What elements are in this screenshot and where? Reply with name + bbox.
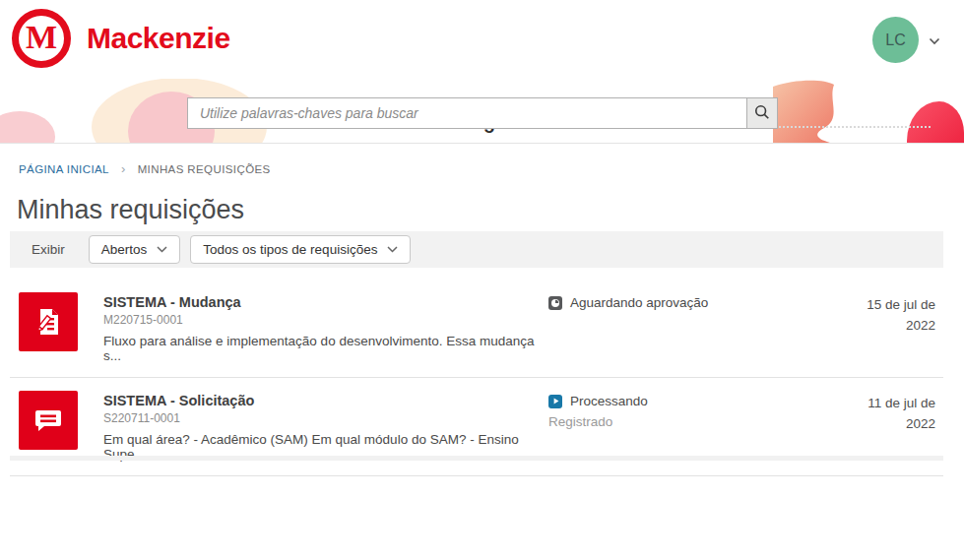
logo-circle-icon: M	[12, 9, 71, 68]
status-text: Processando	[570, 394, 648, 408]
status-column: Aguardando aprovação	[548, 292, 736, 363]
breadcrumb-current: MINHAS REQUISIÇÕES	[138, 163, 271, 175]
search-input[interactable]	[187, 97, 746, 129]
status-filter-value: Abertos	[101, 242, 148, 257]
mackenzie-logo[interactable]: M Mackenzie	[12, 9, 230, 68]
breadcrumb-separator-icon: ›	[121, 161, 126, 176]
table-row[interactable]: SISTEMA - Mudança M220715-0001 Fluxo par…	[10, 280, 943, 378]
breadcrumb: PÁGINA INICIAL › MINHAS REQUISIÇÕES	[19, 161, 271, 176]
search-button[interactable]	[746, 97, 778, 129]
requisition-info: SISTEMA - Mudança M220715-0001 Fluxo par…	[103, 292, 548, 363]
chat-icon	[19, 391, 78, 450]
type-filter-dropdown[interactable]: Todos os tipos de requisições	[190, 235, 411, 264]
substatus-text: Registrado	[548, 414, 736, 429]
brand-name: Mackenzie	[87, 22, 230, 55]
avatar-initials: LC	[885, 31, 905, 49]
requisition-date: 11 de jul de 2022	[855, 394, 935, 435]
search-icon	[753, 103, 771, 124]
requisition-info: SISTEMA - Solicitação S220711-0001 Em qu…	[103, 391, 548, 462]
status-text: Aguardando aprovação	[570, 295, 708, 310]
date-column: 11 de jul de 2022	[736, 391, 943, 462]
pink-blob-decoration	[0, 111, 55, 144]
search-bar	[187, 97, 778, 129]
avatar[interactable]: LC	[872, 17, 919, 63]
requisition-list: SISTEMA - Mudança M220715-0001 Fluxo par…	[10, 280, 943, 476]
requisition-id: S220711-0001	[103, 411, 548, 425]
document-edit-icon	[19, 292, 78, 351]
status-column: Processando Registrado	[548, 391, 736, 462]
requisition-title: SISTEMA - Solicitação	[103, 391, 548, 408]
type-filter-value: Todos os tipos de requisições	[203, 242, 377, 257]
requisition-date: 15 de jul de 2022	[855, 295, 935, 337]
filter-label: Exibir	[32, 242, 65, 257]
requisition-description: Fluxo para análise e implementação do de…	[103, 334, 548, 363]
logo-letter: M	[26, 21, 57, 54]
filter-bar: Exibir Abertos Todos os tipos de requisi…	[10, 231, 943, 268]
requisition-title: SISTEMA - Mudança	[103, 292, 548, 310]
breadcrumb-home-link[interactable]: PÁGINA INICIAL	[19, 163, 109, 175]
clock-icon	[548, 296, 562, 310]
app-header: M Mackenzie LC	[0, 0, 964, 79]
chevron-down-icon	[157, 246, 167, 253]
chevron-down-icon	[929, 31, 940, 49]
play-icon	[548, 395, 562, 408]
table-row[interactable]: SISTEMA - Solicitação S220711-0001 Em qu…	[10, 378, 943, 476]
status-filter-dropdown[interactable]: Abertos	[89, 235, 181, 264]
requisition-id: M220715-0001	[103, 313, 548, 327]
user-menu[interactable]: LC	[872, 17, 940, 63]
date-column: 15 de jul de 2022	[736, 292, 943, 363]
chevron-down-icon	[387, 246, 398, 253]
page-title: Minhas requisições	[17, 195, 244, 225]
list-footer-strip	[10, 456, 943, 461]
